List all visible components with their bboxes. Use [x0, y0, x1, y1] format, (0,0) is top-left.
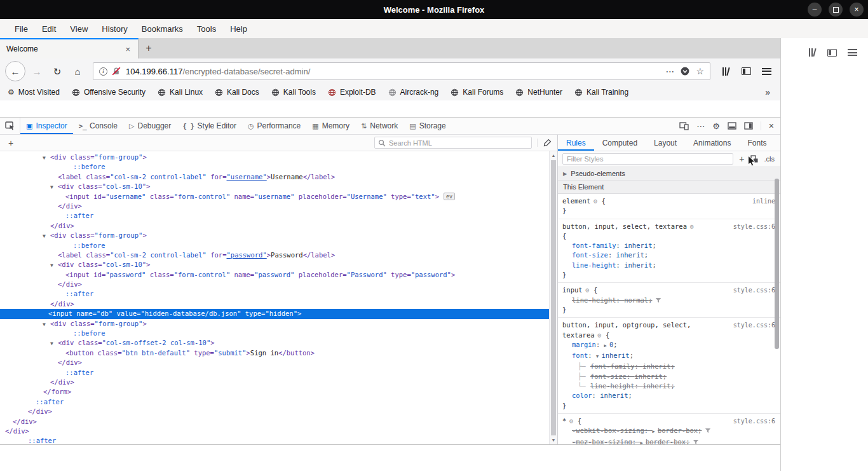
devtools-tab-console[interactable]: >_Console: [73, 118, 123, 134]
selector-highlighter-icon[interactable]: ⚙: [690, 223, 694, 230]
bookmark-most-visited[interactable]: ⚙Most Visited: [8, 88, 60, 97]
markup-line[interactable]: ::after: [0, 436, 549, 444]
rule-selector[interactable]: element: [562, 197, 590, 205]
expander-icon[interactable]: ▶: [604, 343, 609, 348]
close-button[interactable]: ×: [850, 3, 864, 17]
bookmark-aircrack-ng[interactable]: Aircrack-ng: [388, 88, 439, 97]
sidebar-button[interactable]: [827, 49, 837, 57]
markup-line[interactable]: <label class="col-sm-2 control-label" fo…: [0, 250, 549, 260]
sidebar-tab-fonts[interactable]: Fonts: [739, 135, 775, 151]
css-declaration[interactable]: font: ▼ inherit;: [562, 351, 775, 362]
sidebar-tab-layout[interactable]: Layout: [646, 135, 685, 151]
filter-styles-box[interactable]: [562, 153, 733, 165]
css-declaration[interactable]: -moz-box-sizing: ▶ border-box;: [562, 437, 775, 444]
add-node-button[interactable]: +: [6, 138, 16, 148]
stylesheet-source-link[interactable]: style.css:6: [733, 285, 775, 295]
search-html-input[interactable]: [389, 139, 528, 147]
eyedropper-button[interactable]: [537, 139, 552, 147]
devtools-tab-memory[interactable]: ▦Memory: [306, 118, 355, 134]
markup-line[interactable]: </div>: [0, 417, 549, 427]
twisty-icon[interactable]: ▼: [50, 261, 58, 270]
twisty-icon[interactable]: ▶: [563, 171, 567, 177]
markup-line[interactable]: </div>: [0, 358, 549, 367]
menu-item-view[interactable]: View: [63, 24, 95, 34]
page-actions-button[interactable]: ⋯: [665, 67, 674, 76]
markup-line[interactable]: <input id="username" class="form-control…: [0, 192, 549, 201]
hamburger-menu-button[interactable]: [848, 49, 857, 56]
menu-item-help[interactable]: Help: [223, 24, 254, 34]
markup-line[interactable]: </div>: [0, 221, 549, 231]
markup-line[interactable]: ▼<div class="form-group">: [0, 153, 549, 162]
markup-line[interactable]: </div>: [0, 201, 549, 211]
menu-item-edit[interactable]: Edit: [35, 24, 63, 34]
site-identity[interactable]: [99, 67, 121, 76]
bookmark-kali-docs[interactable]: Kali Docs: [215, 88, 259, 97]
stylesheet-source-link[interactable]: style.css:6: [733, 222, 775, 231]
filter-styles-input[interactable]: [567, 155, 729, 163]
css-declaration[interactable]: font-size: inherit;: [562, 250, 775, 260]
rule-selector[interactable]: input: [562, 286, 583, 294]
markup-line[interactable]: ::after: [0, 211, 549, 221]
rule-selector[interactable]: *: [562, 417, 566, 425]
twisty-icon[interactable]: ▼: [43, 320, 50, 329]
markup-line[interactable]: </div>: [0, 299, 549, 309]
close-devtools-button[interactable]: ×: [761, 121, 774, 130]
markup-line[interactable]: </div>: [0, 378, 549, 387]
scroll-down-icon[interactable]: ▼: [550, 438, 557, 442]
rule-selector[interactable]: button, input, optgroup, select, textare…: [562, 321, 691, 338]
bookmark-kali-linux[interactable]: Kali Linux: [158, 88, 203, 97]
css-declaration[interactable]: line-height: normal;: [562, 296, 775, 305]
forward-button[interactable]: →: [28, 62, 46, 80]
css-declaration[interactable]: -webkit-box-sizing: ▶ border-box;: [562, 426, 775, 437]
devtools-tab-debugger[interactable]: ▷Debugger: [123, 118, 177, 134]
bookmark-exploit-db[interactable]: Exploit-DB: [328, 88, 376, 97]
twisty-icon[interactable]: ▼: [50, 339, 58, 348]
settings-button[interactable]: ⚙: [712, 122, 720, 130]
markup-line[interactable]: ::before: [0, 241, 549, 250]
sidebar-tab-computed[interactable]: Computed: [594, 135, 646, 151]
css-declaration[interactable]: margin: ▶ 0;: [562, 340, 775, 351]
bookmark-offensive-security[interactable]: Offensive Security: [72, 88, 146, 97]
library-button[interactable]: [808, 48, 817, 57]
devtools-tab-performance[interactable]: ◷Performance: [242, 118, 306, 134]
menu-button[interactable]: [757, 62, 775, 80]
twisty-icon[interactable]: ▼: [43, 231, 50, 241]
sidebar-section-this-element[interactable]: This Element: [558, 181, 780, 194]
dock-side-button[interactable]: [744, 122, 753, 130]
markup-line[interactable]: <button class="btn btn-default" type="su…: [0, 348, 549, 358]
pocket-button[interactable]: [681, 67, 689, 76]
menu-item-history[interactable]: History: [95, 24, 134, 34]
minimize-button[interactable]: –: [808, 3, 822, 17]
rules-scrollbar-thumb[interactable]: [775, 179, 779, 349]
bookmarks-overflow-button[interactable]: »: [765, 87, 773, 97]
expander-icon[interactable]: ▶: [640, 440, 645, 444]
scroll-up-icon[interactable]: ▲: [550, 153, 557, 158]
stylesheet-source-link[interactable]: inline: [752, 196, 775, 206]
css-declaration[interactable]: ├─ font-family: inherit;: [562, 362, 775, 371]
css-declaration[interactable]: font-family: inherit;: [562, 241, 775, 250]
sidebar-tab-animations[interactable]: Animations: [685, 135, 739, 151]
search-html-box[interactable]: [374, 137, 532, 149]
stylesheet-source-link[interactable]: style.css:6: [733, 416, 775, 426]
markup-line[interactable]: <input id="password" class="form-control…: [0, 270, 549, 280]
add-rule-button[interactable]: +: [739, 154, 744, 164]
markup-line[interactable]: ▼<div class="form-group">: [0, 231, 549, 240]
dock-bottom-button[interactable]: [728, 122, 736, 130]
library-button[interactable]: [717, 62, 735, 80]
responsive-design-button[interactable]: [679, 122, 689, 130]
twisty-icon[interactable]: ▼: [50, 182, 58, 192]
markup-line[interactable]: ::after: [0, 368, 549, 378]
markup-line[interactable]: ▼<div class="col-sm-offset-2 col-sm-10">: [0, 338, 549, 348]
meatball-menu-button[interactable]: ⋯: [696, 122, 705, 130]
new-tab-button[interactable]: +: [139, 38, 159, 58]
sidebar-button[interactable]: [737, 62, 755, 80]
markup-line[interactable]: <input name="db" value="hidden-database/…: [0, 309, 549, 318]
back-button[interactable]: ←: [5, 61, 25, 81]
bookmark-star-button[interactable]: ☆: [696, 67, 704, 76]
css-declaration[interactable]: color: inherit;: [562, 391, 775, 400]
event-listener-badge[interactable]: ev: [444, 193, 455, 200]
class-toggle-button[interactable]: .cls: [764, 155, 776, 163]
bookmark-kali-forums[interactable]: Kali Forums: [451, 88, 503, 97]
reload-button[interactable]: ↻: [48, 62, 66, 80]
url-text[interactable]: 104.199.66.117/encrypted-database/secret…: [126, 67, 660, 76]
